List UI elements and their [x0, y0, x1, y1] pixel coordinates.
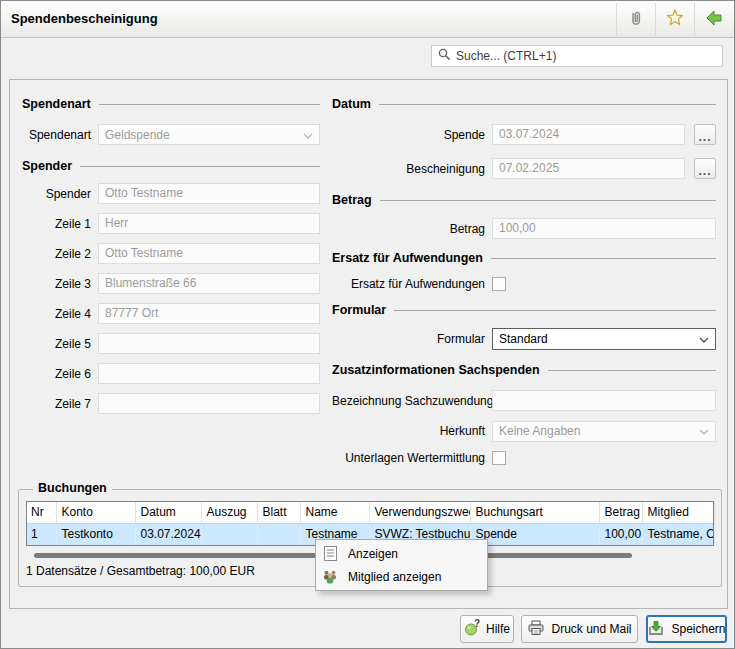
section-betrag-title: Betrag [332, 193, 372, 207]
section-betrag: Betrag [332, 192, 716, 207]
ersatz-checkbox[interactable] [492, 277, 506, 291]
spender-label: Spender [22, 187, 98, 201]
col-blatt[interactable]: Blatt [257, 501, 300, 523]
save-button[interactable]: Speichern [646, 615, 727, 643]
zeile3-label: Zeile 3 [22, 277, 98, 291]
ersatz-checkbox-label: Ersatz für Aufwendungen [332, 277, 492, 291]
window-title: Spendenbescheinigung [11, 1, 158, 37]
back-button[interactable] [694, 3, 733, 36]
zeile5-field[interactable] [98, 333, 320, 354]
col-datum[interactable]: Datum [135, 501, 201, 523]
field-row-zeile7: Zeile 7 [22, 393, 320, 414]
field-row-bezeichnung: Bezeichnung Sachzuwendung [332, 390, 716, 411]
col-betrag[interactable]: Betrag [599, 501, 642, 523]
bezeichnung-label: Bezeichnung Sachzuwendung [332, 394, 492, 408]
cell-auszug [201, 523, 257, 545]
section-ersatz: Ersatz für Aufwendungen [332, 250, 716, 265]
col-name[interactable]: Name [300, 501, 369, 523]
zeile1-label: Zeile 1 [22, 217, 98, 231]
attachment-button[interactable] [616, 3, 655, 36]
search-input[interactable]: Suche... (CTRL+1) [431, 45, 723, 67]
zeile4-label: Zeile 4 [22, 307, 98, 321]
search-placeholder: Suche... (CTRL+1) [456, 49, 556, 63]
cell-konto: Testkonto [56, 523, 135, 545]
field-row-spendenart: Spendenart Geldspende [22, 124, 320, 145]
context-menu: Anzeigen Mitglied anzeigen [315, 539, 488, 591]
green-arrow-left-icon [705, 9, 723, 30]
print-and-mail-button[interactable]: Druck und Mail [521, 615, 638, 643]
field-row-ersatz: Ersatz für Aufwendungen [332, 276, 716, 292]
section-datum: Datum [332, 96, 716, 111]
field-row-unterlagen: Unterlagen Wertermittlung [332, 450, 716, 466]
spendenart-label: Spendenart [22, 128, 98, 142]
zeile7-field[interactable] [98, 393, 320, 414]
field-row-zeile6: Zeile 6 [22, 363, 320, 384]
field-row-spende-datum: Spende 03.07.2024 ... [332, 124, 716, 145]
formular-value: Standard [499, 332, 699, 346]
favorite-button[interactable] [655, 3, 694, 36]
betrag-field[interactable]: 100,00 [492, 218, 716, 239]
field-row-formular: Formular Standard [332, 328, 716, 350]
unterlagen-checkbox-label: Unterlagen Wertermittlung [332, 451, 492, 465]
star-icon [666, 9, 684, 30]
buchungen-status: 1 Datensätze / Gesamtbetrag: 100,00 EUR [26, 564, 255, 578]
titlebar: Spendenbescheinigung [1, 1, 734, 38]
field-row-spender: Spender Otto Testname [22, 183, 320, 204]
menu-item-anzeigen[interactable]: Anzeigen [316, 542, 487, 565]
spende-datum-label: Spende [332, 128, 492, 142]
zeile2-label: Zeile 2 [22, 247, 98, 261]
menu-item-label: Mitglied anzeigen [348, 570, 441, 584]
col-buchungsart[interactable]: Buchungsart [470, 501, 599, 523]
unterlagen-checkbox[interactable] [492, 451, 506, 465]
save-icon [647, 619, 665, 640]
bescheinigung-datum-field[interactable]: 07.02.2025 [492, 158, 685, 179]
members-icon [321, 569, 339, 585]
field-row-bescheinigung-datum: Bescheinigung 07.02.2025 ... [332, 158, 716, 179]
cell-nr: 1 [26, 523, 56, 545]
field-row-zeile3: Zeile 3 Blumenstraße 66 [22, 273, 320, 294]
field-row-zeile4: Zeile 4 87777 Ort [22, 303, 320, 324]
col-auszug[interactable]: Auszug [201, 501, 257, 523]
buchungen-title: Buchungen [33, 481, 112, 495]
section-ersatz-title: Ersatz für Aufwendungen [332, 251, 483, 265]
field-row-zeile1: Zeile 1 Herr [22, 213, 320, 234]
col-verwendungszweck[interactable]: Verwendungszweck [369, 501, 470, 523]
cell-mitglied: Testname, Otto [642, 523, 714, 545]
cell-buchungsart: Spende [470, 523, 599, 545]
spende-datum-field[interactable]: 03.07.2024 [492, 124, 685, 145]
zeile4-field[interactable]: 87777 Ort [98, 303, 320, 324]
spendenart-value: Geldspende [105, 128, 303, 142]
section-datum-title: Datum [332, 97, 371, 111]
zeile2-field[interactable]: Otto Testname [98, 243, 320, 264]
chevron-down-icon [699, 424, 709, 438]
spende-datum-picker-button[interactable]: ... [694, 124, 716, 145]
zeile1-field[interactable]: Herr [98, 213, 320, 234]
save-button-label: Speichern [671, 622, 725, 636]
bezeichnung-field[interactable] [492, 390, 716, 411]
field-row-zeile5: Zeile 5 [22, 333, 320, 354]
bescheinigung-datum-picker-button[interactable]: ... [694, 158, 716, 179]
col-mitglied[interactable]: Mitglied [642, 501, 714, 523]
cell-blatt [257, 523, 300, 545]
section-formular-title: Formular [332, 303, 386, 317]
spendenbescheinigung-window: Spendenbescheinigung Suche... [0, 0, 735, 649]
formular-select[interactable]: Standard [492, 328, 716, 350]
spender-field[interactable]: Otto Testname [98, 183, 320, 204]
chevron-down-icon [303, 128, 313, 142]
section-formular: Formular [332, 302, 716, 317]
menu-item-label: Anzeigen [348, 547, 398, 561]
menu-item-mitglied-anzeigen[interactable]: Mitglied anzeigen [316, 565, 487, 588]
section-spendenart: Spendenart [22, 96, 320, 111]
col-konto[interactable]: Konto [56, 501, 135, 523]
col-nr[interactable]: Nr [26, 501, 56, 523]
zeile3-field[interactable]: Blumenstraße 66 [98, 273, 320, 294]
herkunft-label: Herkunft [332, 424, 492, 438]
zeile7-label: Zeile 7 [22, 397, 98, 411]
help-button[interactable]: ? Hilfe [460, 615, 514, 643]
zeile6-field[interactable] [98, 363, 320, 384]
search-icon [438, 48, 451, 64]
field-row-betrag: Betrag 100,00 [332, 218, 716, 239]
spendenart-select[interactable]: Geldspende [98, 124, 320, 145]
zeile5-label: Zeile 5 [22, 337, 98, 351]
herkunft-select[interactable]: Keine Angaben [492, 421, 716, 442]
